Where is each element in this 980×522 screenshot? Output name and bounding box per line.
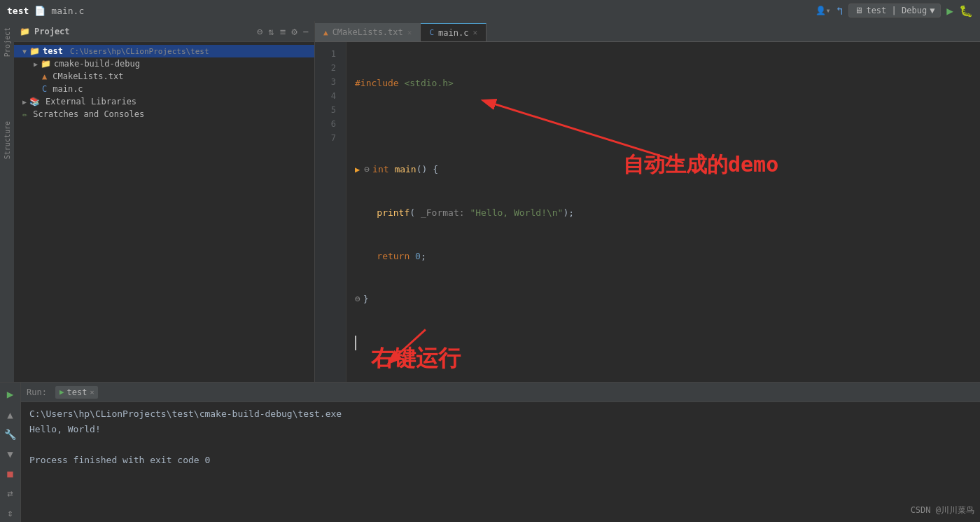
format-param-label: _Format: bbox=[415, 206, 470, 221]
line-num-1: 1 bbox=[315, 48, 340, 62]
align-icon[interactable]: ⇕ bbox=[6, 506, 14, 520]
run-panel-tabs: Run: ▶ test ✕ bbox=[21, 383, 980, 402]
code-line-6: ⊖ } bbox=[355, 293, 972, 307]
cmake-file-icon: ▲ bbox=[42, 71, 47, 81]
run-btn[interactable]: ▶ bbox=[946, 4, 953, 18]
panel-title: Project bbox=[34, 27, 70, 36]
debug-run-arrow: ▶ bbox=[355, 163, 360, 177]
run-output: C:\Users\hp\CLionProjects\test\cmake-bui… bbox=[21, 402, 980, 522]
line-num-2: 2 bbox=[315, 62, 340, 76]
tab-mainc-label: main.c bbox=[438, 28, 468, 38]
run-config-arrow: ▼ bbox=[930, 6, 934, 15]
wrap-icon[interactable]: ⇄ bbox=[6, 486, 14, 500]
include-file: <stdio.h> bbox=[404, 76, 453, 91]
run-tab-close[interactable]: ✕ bbox=[90, 388, 94, 396]
c-file-icon: C bbox=[42, 84, 47, 94]
tab-cmake-label: CMakeLists.txt bbox=[332, 27, 403, 37]
watermark: CSDN @川川菜鸟 bbox=[911, 504, 974, 516]
line-num-3: 3 bbox=[315, 76, 340, 90]
ext-arrow-icon: ▶ bbox=[22, 98, 27, 106]
arrow-expand-icon: ▼ bbox=[22, 48, 27, 55]
line-num-4: 4 bbox=[315, 90, 340, 104]
run-tab-icon: ▶ bbox=[59, 387, 64, 397]
editor-tabs: ▲ CMakeLists.txt ✕ C main.c ✕ bbox=[315, 21, 980, 42]
run-config-icon: 🖥 bbox=[855, 6, 863, 15]
debug-btn[interactable]: 🐛 bbox=[959, 4, 973, 18]
tab-mainc-close[interactable]: ✕ bbox=[472, 28, 477, 37]
code-line-7 bbox=[355, 336, 972, 350]
panel-header: 📁 Project ⊖ ⇅ ≡ ⚙ − bbox=[14, 21, 314, 42]
run-config-label: test | Debug bbox=[866, 6, 927, 15]
collapse-all-icon[interactable]: ⊖ bbox=[257, 26, 262, 37]
code-line-5: return 0 ; bbox=[355, 249, 972, 263]
arrow-collapsed-icon: ▶ bbox=[34, 60, 38, 68]
sync-icon[interactable]: ⇅ bbox=[268, 26, 274, 37]
line-num-6: 6 bbox=[315, 118, 340, 132]
left-icon-strip: Project Structure bbox=[0, 21, 14, 382]
indent-spaces-2 bbox=[355, 249, 377, 264]
tree-item-cmake-build[interactable]: ▶ 📁 cmake-build-debug bbox=[14, 57, 314, 70]
project-tree: ▼ 📁 test C:\Users\hp\CLionProjects\test … bbox=[14, 42, 314, 382]
scratches-icon: ✏ bbox=[22, 109, 27, 119]
ext-libs-label: External Libraries bbox=[46, 97, 136, 107]
printf-paren: ( bbox=[410, 206, 415, 221]
run-config-selector[interactable]: 🖥 test | Debug ▼ bbox=[848, 4, 941, 18]
stop-icon[interactable]: ■ bbox=[6, 467, 14, 481]
cursor bbox=[355, 336, 363, 350]
title-bar-left: test 📄 main.c bbox=[7, 6, 84, 16]
line-num-7: 7 bbox=[315, 132, 340, 146]
tree-item-mainc[interactable]: C main.c bbox=[14, 83, 314, 95]
tree-item-scratches[interactable]: ✏ Scratches and Consoles bbox=[14, 108, 314, 121]
code-content[interactable]: #include <stdio.h> ▶ ⊖ int main () { bbox=[346, 42, 980, 382]
tree-item-ext-libs[interactable]: ▶ 📚 External Libraries bbox=[14, 95, 314, 108]
folder-icon: 📁 bbox=[29, 46, 40, 56]
cmake-build-folder-icon: 📁 bbox=[41, 59, 51, 69]
space bbox=[427, 163, 433, 177]
run-tab-test[interactable]: ▶ test ✕ bbox=[55, 386, 99, 399]
structure-sidebar-label[interactable]: Structure bbox=[2, 118, 13, 162]
return-val: 0 bbox=[415, 249, 421, 264]
bottom-left-icons: ▶ ▲ 🔧 ▼ ■ ⇄ ⇕ 🖨 🗑 bbox=[0, 383, 21, 522]
printf-close: ); bbox=[563, 206, 574, 221]
tab-cmake-icon: ▲ bbox=[323, 28, 328, 37]
space bbox=[389, 163, 395, 177]
scroll-down-icon[interactable]: ▼ bbox=[6, 447, 14, 461]
run-output-empty bbox=[29, 437, 972, 453]
tab-cmake-close[interactable]: ✕ bbox=[407, 28, 412, 37]
space bbox=[410, 249, 415, 264]
run-output-exe: C:\Users\hp\CLionProjects\test\cmake-bui… bbox=[29, 406, 972, 422]
code-editor[interactable]: 1 2 3 4 5 6 7 #include <stdio.h> ▶ ⊖ bbox=[315, 42, 980, 382]
scroll-up-icon[interactable]: ▲ bbox=[6, 408, 14, 422]
wrench-icon[interactable]: 🔧 bbox=[3, 427, 18, 441]
vcs-arrow-icon[interactable]: ↰ bbox=[836, 4, 844, 18]
fold-bracket-close: ⊖ bbox=[355, 292, 360, 307]
panel-folder-icon: 📁 bbox=[20, 27, 30, 36]
tab-cmakelists[interactable]: ▲ CMakeLists.txt ✕ bbox=[315, 23, 421, 41]
project-sidebar-label[interactable]: Project bbox=[2, 25, 13, 60]
run-tab-label: test bbox=[67, 387, 88, 397]
title-bar-right: 👤▾ ↰ 🖥 test | Debug ▼ ▶ 🐛 bbox=[816, 4, 973, 18]
tree-root-path: C:\Users\hp\CLionProjects\test bbox=[70, 47, 209, 56]
code-line-1: #include <stdio.h> bbox=[355, 77, 972, 91]
minimize-panel-icon[interactable]: − bbox=[303, 26, 309, 37]
run-green-icon[interactable]: ▶ bbox=[6, 386, 15, 402]
tab-mainc[interactable]: C main.c ✕ bbox=[421, 23, 486, 41]
fold-bracket: ⊖ bbox=[364, 163, 370, 177]
printf-str: "Hello, World!\n" bbox=[470, 206, 563, 221]
code-line-2 bbox=[355, 120, 972, 134]
profile-icon[interactable]: 👤▾ bbox=[816, 6, 831, 15]
mainc-label: main.c bbox=[52, 84, 83, 94]
int-keyword: int bbox=[372, 163, 388, 177]
code-line-4: printf ( _Format: "Hello, World!\n" ); bbox=[355, 206, 972, 220]
settings-icon[interactable]: ⚙ bbox=[291, 26, 297, 37]
line-num-5: 5 bbox=[315, 104, 340, 118]
tree-item-cmakelists[interactable]: ▲ CMakeLists.txt bbox=[14, 70, 314, 83]
title-file-name: main.c bbox=[51, 6, 84, 16]
code-line-3: ▶ ⊖ int main () { bbox=[355, 163, 972, 177]
run-output-hello: Hello, World! bbox=[29, 422, 972, 437]
file-icon: 📄 bbox=[34, 6, 46, 16]
sort-icon[interactable]: ≡ bbox=[280, 26, 286, 37]
include-keyword: #include bbox=[355, 76, 399, 91]
tree-item-root[interactable]: ▼ 📁 test C:\Users\hp\CLionProjects\test bbox=[14, 45, 314, 57]
line-numbers: 1 2 3 4 5 6 7 bbox=[315, 42, 346, 382]
